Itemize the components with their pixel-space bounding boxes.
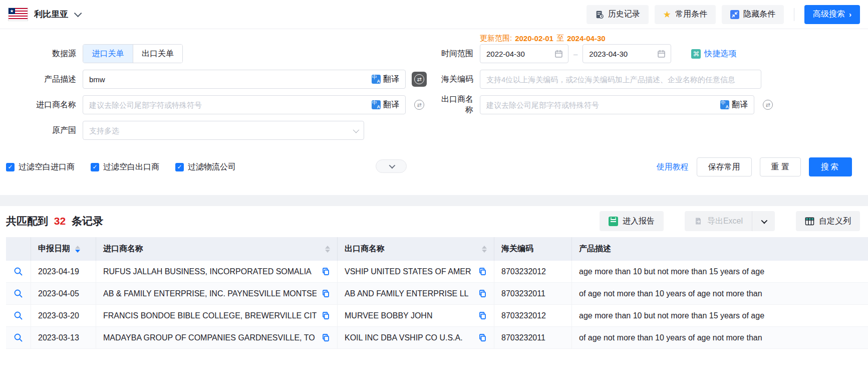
exporter-cell: VSHIP UNITED STATES OF AMER bbox=[338, 261, 494, 283]
collapse-icon bbox=[730, 10, 739, 19]
history-label: 历史记录 bbox=[608, 9, 640, 20]
enter-report-button[interactable]: 进入报告 bbox=[600, 211, 664, 231]
translate-label: 翻译 bbox=[383, 100, 399, 110]
end-date-field[interactable] bbox=[583, 44, 671, 63]
results-section: 共匹配到 32 条记录 进入报告 导出Excel bbox=[0, 206, 868, 349]
hide-conditions-button[interactable]: 隐藏条件 bbox=[722, 5, 784, 24]
header-importer[interactable]: 进口商名称 bbox=[96, 237, 338, 261]
header-label: 产品描述 bbox=[579, 244, 611, 254]
header-label: 进口商名称 bbox=[103, 244, 143, 254]
header-label: 出口商名称 bbox=[345, 244, 385, 254]
exporter-name: AB AND FAMILY ENTERPRISE LL bbox=[345, 289, 473, 298]
product-desc-input[interactable] bbox=[83, 70, 372, 88]
sort-control-importer[interactable] bbox=[325, 246, 330, 253]
checkbox-checked-icon: ✓ bbox=[6, 163, 15, 171]
exporter-cell: KOIL INC DBA VSHIP CO U.S.A. bbox=[338, 327, 494, 349]
checkbox-filter-logistics[interactable]: ✓ 过滤物流公司 bbox=[175, 162, 236, 172]
copy-icon[interactable] bbox=[322, 311, 330, 320]
synonym-icon: ⇄ bbox=[414, 100, 424, 110]
favorites-label: 常用条件 bbox=[675, 9, 707, 20]
search-detail-icon[interactable] bbox=[14, 333, 23, 342]
search-detail-icon[interactable] bbox=[14, 267, 23, 276]
star-icon: ★ bbox=[663, 10, 671, 19]
exporter-synonym-button[interactable]: ⇄ bbox=[760, 97, 775, 112]
start-date-field[interactable] bbox=[480, 44, 568, 63]
exporter-label: 出口商名称 bbox=[435, 94, 480, 115]
exporter-row: 出口商名称 中 A 翻译 ⇄ bbox=[435, 95, 860, 114]
declare-date-cell: 2023-03-20 bbox=[31, 305, 96, 327]
sort-control-date[interactable] bbox=[75, 246, 80, 253]
search-form: 数据源 进口关单 出口关单 产品描述 中 A bbox=[0, 29, 868, 195]
exporter-name: MURVEE BOBBY JOHN bbox=[345, 311, 473, 320]
table-row: 2023-04-19 RUFUS JALLAH BUSINESS, INCORP… bbox=[6, 261, 868, 283]
importer-input[interactable] bbox=[83, 96, 372, 114]
tutorial-link[interactable]: 使用教程 bbox=[657, 162, 689, 172]
export-excel-button[interactable]: 导出Excel bbox=[685, 211, 752, 231]
end-date-input[interactable] bbox=[583, 45, 657, 63]
exporter-cell: AB AND FAMILY ENTERPRISE LL bbox=[338, 283, 494, 305]
customize-columns-label: 自定义列 bbox=[819, 216, 851, 227]
checkbox-label: 过滤物流公司 bbox=[188, 162, 236, 172]
declare-date: 2023-04-05 bbox=[38, 289, 79, 298]
tab-export-customs[interactable]: 出口关单 bbox=[133, 45, 182, 63]
exporter-translate-button[interactable]: 中 A 翻译 bbox=[720, 100, 754, 110]
copy-icon[interactable] bbox=[322, 267, 330, 276]
country-selector[interactable]: ★ 利比里亚 bbox=[8, 8, 80, 21]
quick-options-button[interactable]: ⌘ 快捷选项 bbox=[691, 49, 736, 59]
copy-icon[interactable] bbox=[478, 311, 487, 320]
data-source-label: 数据源 bbox=[0, 49, 83, 59]
calendar-icon bbox=[657, 50, 666, 58]
checkbox-checked-icon: ✓ bbox=[175, 163, 184, 171]
header-icon-column bbox=[6, 237, 31, 261]
copy-icon[interactable] bbox=[322, 289, 330, 298]
advanced-search-button[interactable]: 高级搜索 › bbox=[804, 5, 860, 24]
copy-icon[interactable] bbox=[322, 333, 330, 342]
product-synonym-button[interactable]: ⇄ bbox=[412, 72, 427, 87]
form-left-column: 数据源 进口关单 出口关单 产品描述 中 A bbox=[0, 32, 435, 146]
form-right-column: 更新范围: 2020-02-01 至 2024-04-30 时间范围 bbox=[435, 32, 860, 146]
product-translate-button[interactable]: 中 A 翻译 bbox=[372, 74, 405, 85]
update-range-label: 更新范围: bbox=[480, 34, 512, 43]
search-detail-icon[interactable] bbox=[14, 311, 23, 320]
search-button[interactable]: 搜索 bbox=[809, 157, 852, 176]
hs-code-input[interactable] bbox=[480, 70, 761, 88]
origin-input[interactable] bbox=[83, 121, 353, 139]
origin-select[interactable] bbox=[83, 121, 364, 140]
importer-row: 进口商名称 中 A 翻译 ⇄ bbox=[0, 95, 435, 114]
translate-label: 翻译 bbox=[383, 74, 399, 85]
copy-icon[interactable] bbox=[478, 333, 487, 342]
row-detail-cell bbox=[6, 283, 31, 305]
product-desc-cell: age more than 10 but not more than 15 ye… bbox=[572, 305, 868, 327]
importer-translate-button[interactable]: 中 A 翻译 bbox=[372, 100, 405, 110]
history-button[interactable]: 历史记录 bbox=[587, 5, 649, 24]
sort-control-exporter[interactable] bbox=[482, 246, 487, 253]
copy-icon[interactable] bbox=[478, 267, 487, 276]
exporter-input[interactable] bbox=[480, 96, 720, 114]
expand-more-filters-button[interactable] bbox=[376, 159, 407, 173]
copy-icon[interactable] bbox=[478, 289, 487, 298]
hs-code: 8703232011 bbox=[501, 333, 545, 342]
topbar-actions: 历史记录 ★ 常用条件 隐藏条件 高级搜索 › bbox=[587, 5, 860, 24]
hs-code: 8703232012 bbox=[501, 267, 546, 276]
liberia-flag-icon: ★ bbox=[8, 8, 28, 21]
search-detail-icon[interactable] bbox=[14, 289, 23, 298]
favorites-button[interactable]: ★ 常用条件 bbox=[655, 5, 716, 24]
exporter-cell: MURVEE BOBBY JOHN bbox=[338, 305, 494, 327]
save-favorite-button[interactable]: 保存常用 bbox=[697, 157, 752, 176]
exporter-inputwrap: 中 A 翻译 bbox=[480, 95, 754, 114]
calendar-icon bbox=[554, 50, 563, 58]
app-root: ★ 利比里亚 历史记录 ★ 常用条件 bbox=[0, 0, 868, 370]
checkbox-filter-blank-exporter[interactable]: ✓ 过滤空白出口商 bbox=[91, 162, 159, 172]
start-date-input[interactable] bbox=[480, 45, 554, 63]
declare-date-cell: 2023-04-05 bbox=[31, 283, 96, 305]
header-declare-date[interactable]: 申报日期 bbox=[31, 237, 96, 261]
checkbox-checked-icon: ✓ bbox=[91, 163, 99, 171]
header-exporter[interactable]: 出口商名称 bbox=[338, 237, 494, 261]
tab-import-customs[interactable]: 进口关单 bbox=[83, 45, 133, 63]
checkbox-filter-blank-importer[interactable]: ✓ 过滤空白进口商 bbox=[6, 162, 75, 172]
customize-columns-button[interactable]: 自定义列 bbox=[796, 211, 860, 231]
export-dropdown-button[interactable] bbox=[752, 211, 775, 231]
importer-synonym-button[interactable]: ⇄ bbox=[412, 97, 427, 112]
reset-button[interactable]: 重 置 bbox=[760, 157, 801, 176]
header-hs-code: 海关编码 bbox=[494, 237, 572, 261]
